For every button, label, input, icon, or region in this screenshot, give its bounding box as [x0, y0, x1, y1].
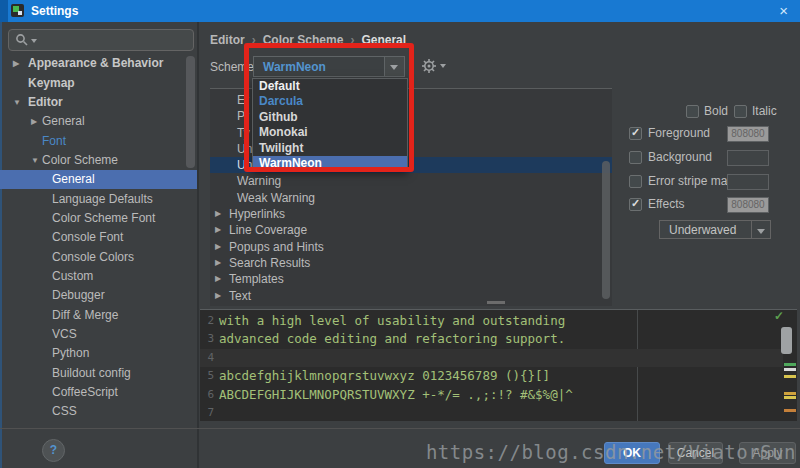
footer-bar: ? OK Cancel Apply: [0, 428, 800, 468]
effect-style-combobox[interactable]: Underwaved: [659, 220, 771, 239]
window-title: Settings: [31, 4, 78, 18]
dropdown-item-github[interactable]: Github: [253, 110, 407, 125]
settings-search-box[interactable]: [8, 29, 194, 51]
scheme-combobox[interactable]: WarmNeon: [253, 56, 405, 77]
apply-button[interactable]: Apply: [739, 442, 796, 464]
stripe-mark-yellow[interactable]: [784, 375, 796, 378]
collapse-arrow-icon[interactable]: ▼: [13, 93, 21, 112]
sidebar-item-diff-merge[interactable]: Diff & Merge: [0, 306, 197, 325]
search-icon: [15, 33, 29, 47]
stripe-mark-green[interactable]: [784, 363, 796, 366]
gear-chevron-icon[interactable]: [440, 64, 446, 68]
dropdown-item-monokai[interactable]: Monokai: [253, 125, 407, 140]
preview-line: 6ABCDEFGHIJKLMNOPQRSTUVWXYZ +-*/= .,;:!?…: [200, 386, 783, 404]
cancel-button[interactable]: Cancel: [668, 442, 723, 464]
breadcrumb-separator: ›: [350, 33, 354, 47]
list-item-weak-warning[interactable]: Weak Warning: [210, 190, 612, 206]
sidebar-item-custom[interactable]: Custom: [0, 267, 197, 286]
sidebar-item-console-colors[interactable]: Console Colors: [0, 248, 197, 267]
scheme-value: WarmNeon: [263, 59, 326, 76]
list-group-hyperlinks[interactable]: ▶Hyperlinks: [210, 206, 612, 222]
expand-arrow-icon[interactable]: ▶: [31, 112, 37, 131]
foreground-checkbox[interactable]: [629, 127, 642, 140]
list-group-text[interactable]: ▶Text: [210, 288, 612, 304]
expand-arrow-icon[interactable]: ▶: [13, 54, 19, 73]
collapse-arrow-icon[interactable]: ▼: [31, 151, 39, 170]
combobox-arrow-button[interactable]: [751, 221, 770, 238]
preview-pane: 2with a high level of usability and outs…: [200, 309, 797, 421]
expand-arrow-icon[interactable]: ▶: [215, 222, 221, 238]
breadcrumb-editor[interactable]: Editor: [210, 33, 245, 47]
stripe-mark-orange[interactable]: [784, 409, 796, 412]
panel-divider: [197, 22, 199, 468]
dropdown-item-warmneon[interactable]: WarmNeon: [253, 156, 407, 171]
breadcrumb-general: General: [361, 33, 406, 47]
help-button[interactable]: ?: [42, 439, 65, 462]
expand-arrow-icon[interactable]: ▶: [215, 271, 221, 287]
sidebar-item-color-scheme-general[interactable]: General: [0, 170, 197, 189]
list-horizontal-scrollbar[interactable]: [487, 301, 505, 304]
preview-caret-line: 4: [200, 349, 783, 367]
expand-arrow-icon[interactable]: ▶: [215, 206, 221, 222]
sidebar-item-css[interactable]: CSS: [0, 402, 197, 421]
sidebar-item-coffeescript[interactable]: CoffeeScript: [0, 383, 197, 402]
expand-arrow-icon[interactable]: ▶: [215, 239, 221, 255]
sidebar-item-python[interactable]: Python: [0, 344, 197, 363]
background-checkbox[interactable]: [629, 151, 642, 164]
expand-arrow-icon[interactable]: ▶: [215, 255, 221, 271]
list-group-search-results[interactable]: ▶Search Results: [210, 255, 612, 271]
preview-line: 5abcdefghijklmnopqrstuvwxyz 0123456789 (…: [200, 367, 783, 385]
sidebar-item-vcs[interactable]: VCS: [0, 325, 197, 344]
list-item-warning[interactable]: Warning: [210, 173, 612, 189]
sidebar-item-color-scheme-font[interactable]: Color Scheme Font: [0, 209, 197, 228]
sidebar-item-font[interactable]: Font: [0, 132, 197, 151]
ok-button[interactable]: OK: [604, 442, 660, 464]
dropdown-item-twilight[interactable]: Twilight: [253, 141, 407, 156]
scheme-label: Scheme:: [210, 60, 257, 74]
titlebar: Settings ×: [0, 0, 800, 22]
preview-line: 2with a high level of usability and outs…: [200, 312, 783, 330]
expand-arrow-icon[interactable]: ▶: [215, 288, 221, 304]
preview-scrollbar[interactable]: [781, 327, 792, 354]
search-filter-chevron-icon[interactable]: [31, 39, 37, 43]
list-group-popups-hints[interactable]: ▶Popups and Hints: [210, 239, 612, 255]
list-group-templates[interactable]: ▶Templates: [210, 271, 612, 287]
bold-checkbox[interactable]: [686, 105, 699, 118]
list-scrollbar[interactable]: [602, 161, 610, 299]
search-input[interactable]: [41, 31, 190, 49]
italic-checkbox[interactable]: [734, 105, 747, 118]
stripe-mark-yellow[interactable]: [784, 396, 796, 399]
sidebar-item-debugger[interactable]: Debugger: [0, 286, 197, 305]
effects-checkbox[interactable]: [629, 198, 642, 211]
breadcrumb-color-scheme[interactable]: Color Scheme: [263, 33, 344, 47]
foreground-color-field[interactable]: 808080: [727, 126, 769, 142]
error-stripe-checkbox[interactable]: [629, 175, 642, 188]
pycharm-app-icon: [11, 4, 24, 17]
combobox-arrow-button[interactable]: [384, 57, 404, 76]
close-icon[interactable]: ×: [779, 2, 788, 19]
stripe-mark-yellow[interactable]: [784, 392, 796, 395]
sidebar-item-editor-general[interactable]: ▶General: [0, 112, 197, 131]
error-stripe-color-field[interactable]: [727, 174, 769, 190]
sidebar-scrollbar[interactable]: [186, 56, 195, 168]
effects-label: Effects: [648, 198, 684, 211]
breadcrumb-separator: ›: [252, 33, 256, 47]
sidebar-item-color-scheme[interactable]: ▼Color Scheme: [0, 151, 197, 170]
background-label: Background: [648, 151, 712, 164]
error-stripe-label: Error stripe mark: [648, 175, 737, 188]
list-group-line-coverage[interactable]: ▶Line Coverage: [210, 222, 612, 238]
dropdown-item-default[interactable]: Default: [253, 79, 407, 94]
sidebar-item-keymap[interactable]: Keymap: [0, 74, 197, 93]
sidebar-item-console-font[interactable]: Console Font: [0, 228, 197, 247]
sidebar-item-buildout-config[interactable]: Buildout config: [0, 364, 197, 383]
dropdown-item-darcula[interactable]: Darcula: [253, 94, 407, 109]
sidebar-item-appearance-behavior[interactable]: ▶Appearance & Behavior: [0, 54, 197, 73]
effects-color-field[interactable]: 808080: [727, 197, 769, 213]
sidebar-item-language-defaults[interactable]: Language Defaults: [0, 190, 197, 209]
titlebar-corner: [0, 0, 8, 22]
sidebar-item-editor[interactable]: ▼Editor: [0, 93, 197, 112]
stripe-mark-white[interactable]: [784, 368, 796, 371]
gear-icon[interactable]: [421, 58, 437, 74]
chevron-down-icon: [390, 65, 398, 70]
background-color-field[interactable]: [727, 150, 769, 166]
